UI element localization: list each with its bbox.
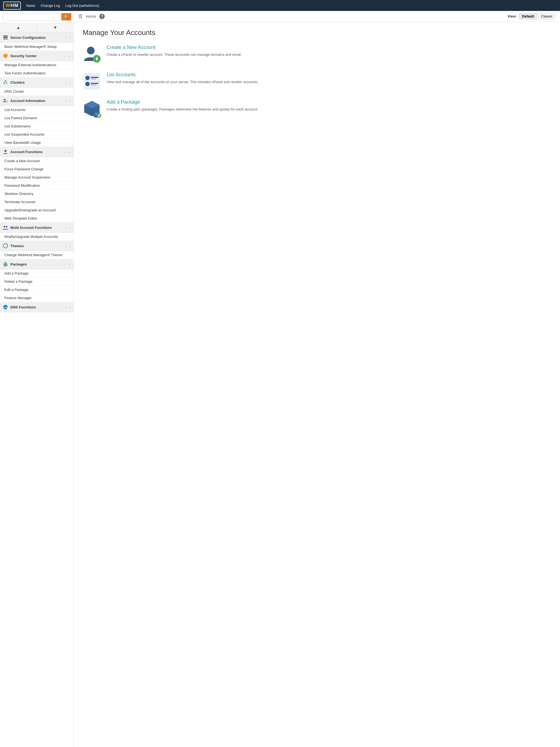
sidebar-item-basic-setup[interactable]: Basic WebHost Manager® Setup [0, 43, 74, 51]
themes-icon [3, 243, 8, 249]
security-label: Security Center [10, 54, 65, 58]
sidebar-item-upgrade-downgrade[interactable]: Upgrade/Downgrade an Account [0, 206, 74, 214]
section-themes[interactable]: Themes ⌄ [0, 241, 74, 251]
svg-rect-40 [94, 113, 95, 114]
list-accounts-icon [82, 72, 101, 91]
view-classic-button[interactable]: Classic [538, 13, 556, 19]
sidebar-item-two-factor[interactable]: Two-Factor Authentication [0, 69, 74, 77]
feature-card-list-accounts: List Accounts View and manage all of the… [82, 72, 551, 91]
server-config-label: Server Configuration [10, 35, 65, 40]
sidebar-item-skeleton-dir[interactable]: Skeleton Directory [0, 190, 74, 198]
themes-label: Themes [10, 244, 65, 248]
sidebar-item-list-accounts[interactable]: List Accounts [0, 106, 74, 114]
svg-point-14 [4, 226, 5, 228]
add-package-title[interactable]: Add a Package [107, 99, 258, 105]
section-account-functions[interactable]: Account Functions ⌄ [0, 147, 74, 157]
sidebar-item-manage-suspension[interactable]: Manage Account Suspension [0, 173, 74, 182]
create-account-body: Create a New Account Create a cPanel or … [107, 45, 242, 57]
sidebar-item-change-theme[interactable]: Change WebHost Manager® Theme [0, 251, 74, 259]
multi-account-icon [3, 225, 8, 230]
account-functions-icon [3, 149, 8, 154]
help-icon[interactable]: ? [99, 14, 105, 19]
sidebar-item-feature-manager[interactable]: Feature Manager [0, 294, 74, 302]
content-body: Manage Your Accounts Create a New A [74, 22, 560, 133]
hamburger-icon[interactable]: ☰ [78, 14, 82, 19]
nav-logout[interactable]: Log Out (uwhwhmco) [65, 4, 99, 8]
security-chevron: ⌄ [66, 54, 71, 58]
svg-point-27 [85, 76, 90, 80]
clusters-label: Clusters [10, 80, 65, 84]
section-security[interactable]: Security Center ⌄ [0, 51, 74, 61]
breadcrumb-home[interactable]: Home [86, 14, 96, 19]
svg-point-3 [4, 81, 6, 83]
main-layout: 🔍 ▲ ▼ Server Configuration ⌄ Basic WebHo… [0, 11, 560, 747]
svg-rect-2 [3, 39, 8, 40]
create-account-title[interactable]: Create a New Account [107, 45, 242, 50]
sidebar-item-delete-package[interactable]: Delete a Package [0, 278, 74, 286]
section-account-info[interactable]: Account Information ⌄ [0, 96, 74, 106]
sidebar-item-force-password[interactable]: Force Password Change [0, 165, 74, 173]
section-multi-account[interactable]: Multi Account Functions ⌄ [0, 223, 74, 233]
topbar-nav: News Change Log Log Out (uwhwhmco) [26, 3, 104, 8]
svg-point-22 [87, 47, 95, 54]
svg-rect-26 [84, 73, 100, 89]
svg-rect-8 [3, 101, 6, 101]
server-config-icon [3, 35, 8, 40]
nav-up-button[interactable]: ▲ [0, 23, 37, 32]
svg-point-5 [6, 83, 8, 84]
section-packages[interactable]: Packages ⌄ [0, 259, 74, 269]
section-dns-functions[interactable]: DNS DNS Functions ⌄ [0, 302, 74, 312]
nav-changelog[interactable]: Change Log [41, 4, 60, 8]
themes-chevron: ⌄ [66, 244, 71, 248]
multi-account-chevron: ⌄ [66, 226, 71, 229]
sidebar-item-password-mod[interactable]: Password Modification [0, 182, 74, 190]
packages-label: Packages [10, 262, 65, 266]
sidebar-item-create-account[interactable]: Create a New Account [0, 157, 74, 165]
sidebar-item-bandwidth-usage[interactable]: View Bandwidth Usage [0, 138, 74, 147]
svg-point-15 [6, 226, 7, 228]
search-input[interactable] [2, 13, 60, 21]
sidebar-item-web-template[interactable]: Web Template Editor [0, 214, 74, 223]
dns-icon: DNS [3, 304, 8, 310]
feature-card-add-package: Add a Package Create a hosting plan (pac… [82, 99, 551, 118]
svg-rect-28 [91, 77, 98, 78]
nav-down-button[interactable]: ▼ [37, 23, 74, 32]
sidebar-item-edit-package[interactable]: Edit a Package [0, 286, 74, 294]
nav-news[interactable]: News [26, 4, 35, 8]
section-clusters[interactable]: Clusters ⌄ [0, 77, 74, 87]
svg-point-7 [4, 99, 5, 100]
svg-point-4 [5, 80, 6, 81]
sidebar-item-list-parked[interactable]: List Parked Domains [0, 114, 74, 122]
sidebar-item-dns-cluster[interactable]: DNS Cluster [0, 87, 74, 96]
dns-label: DNS Functions [10, 305, 65, 309]
packages-icon [3, 261, 8, 267]
security-icon [3, 53, 8, 58]
packages-chevron: ⌄ [66, 262, 71, 266]
svg-text:DNS: DNS [4, 307, 8, 308]
svg-rect-32 [91, 84, 96, 85]
sidebar-search-area: 🔍 [0, 11, 74, 23]
sidebar-nav-controls: ▲ ▼ [0, 23, 74, 32]
search-button[interactable]: 🔍 [61, 13, 71, 21]
add-package-body: Add a Package Create a hosting plan (pac… [107, 99, 258, 112]
clusters-icon [3, 80, 8, 85]
sidebar-item-terminate-accounts[interactable]: Terminate Accounts [0, 198, 74, 206]
view-label: View: [508, 14, 517, 18]
account-info-chevron: ⌄ [66, 99, 71, 103]
svg-rect-39 [96, 115, 97, 116]
svg-rect-12 [6, 102, 8, 103]
sidebar-item-add-package[interactable]: Add a Package [0, 269, 74, 278]
sidebar-item-list-suspended[interactable]: List Suspended Accounts [0, 130, 74, 138]
sidebar-item-external-auth[interactable]: Manage External Authentications [0, 61, 74, 69]
svg-marker-18 [4, 262, 7, 263]
list-accounts-title[interactable]: List Accounts [107, 72, 258, 78]
sidebar-item-list-subdomains[interactable]: List Subdomains [0, 122, 74, 130]
list-accounts-body: List Accounts View and manage all of the… [107, 72, 258, 85]
content-header: ☰ Home ? View: Default Classic [74, 11, 560, 22]
section-server-config[interactable]: Server Configuration ⌄ [0, 32, 74, 43]
svg-rect-1 [3, 37, 8, 38]
account-info-label: Account Information [10, 99, 65, 103]
sidebar-item-modify-multiple[interactable]: Modify/Upgrade Multiple Accounts [0, 233, 74, 241]
view-default-button[interactable]: Default [519, 13, 537, 19]
svg-point-6 [3, 83, 4, 84]
